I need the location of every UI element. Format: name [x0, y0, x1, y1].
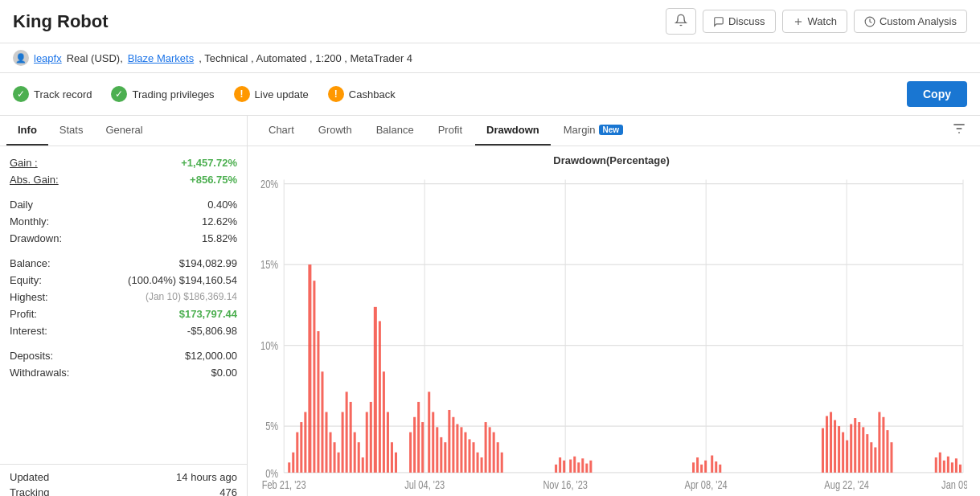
svg-rect-72: [477, 453, 479, 473]
svg-rect-43: [346, 391, 348, 473]
custom-analysis-button[interactable]: Custom Analysis: [854, 10, 967, 33]
svg-text:Jul 04, '23: Jul 04, '23: [404, 479, 445, 491]
daily-value: 0.40%: [207, 199, 237, 211]
account-details: Real (USD),: [67, 52, 123, 64]
badge-trading-privileges-label: Trading privileges: [132, 88, 214, 100]
svg-rect-58: [417, 402, 420, 473]
page-title: King Robot: [13, 11, 109, 32]
discuss-button[interactable]: Discuss: [703, 10, 776, 33]
svg-rect-34: [308, 264, 311, 473]
tab-general[interactable]: General: [94, 116, 154, 146]
svg-rect-109: [878, 412, 880, 473]
gain-label[interactable]: Gain :: [10, 157, 38, 169]
svg-rect-83: [573, 457, 576, 473]
profit-value: $173,797.44: [179, 308, 237, 320]
watch-button[interactable]: Watch: [782, 10, 847, 33]
svg-rect-65: [448, 410, 450, 473]
svg-rect-95: [822, 428, 824, 473]
broker-link[interactable]: Blaze Markets: [128, 52, 194, 64]
abs-gain-value: +856.75%: [190, 174, 237, 186]
svg-text:5%: 5%: [265, 420, 278, 432]
monthly-label: Monthly:: [10, 215, 49, 228]
abs-gain-row: Abs. Gain: +856.75%: [10, 171, 237, 188]
svg-rect-108: [874, 447, 876, 472]
right-panel: Chart Growth Balance Profit Drawdown Mar…: [248, 116, 980, 496]
gain-value: +1,457.72%: [181, 157, 237, 169]
svg-rect-44: [350, 402, 352, 473]
svg-rect-32: [300, 422, 302, 473]
monthly-value: 12.62%: [202, 215, 237, 228]
svg-rect-118: [955, 458, 957, 473]
svg-rect-96: [826, 416, 828, 473]
svg-text:10%: 10%: [260, 339, 278, 351]
svg-rect-111: [886, 430, 888, 473]
svg-rect-91: [704, 461, 707, 473]
svg-rect-29: [288, 462, 290, 473]
abs-gain-label[interactable]: Abs. Gain:: [10, 174, 59, 186]
tab-margin[interactable]: Margin New: [552, 116, 634, 146]
info-bottom: Updated 14 hours ago Tracking 476: [0, 464, 247, 496]
tab-growth[interactable]: Growth: [307, 116, 363, 146]
info-table: Gain : +1,457.72% Abs. Gain: +856.75% Da…: [0, 146, 247, 464]
svg-rect-73: [481, 457, 483, 473]
svg-rect-41: [338, 453, 340, 473]
deposits-value: $12,000.00: [185, 350, 237, 362]
tab-chart[interactable]: Chart: [257, 116, 305, 146]
monthly-row: Monthly: 12.62%: [10, 213, 237, 230]
margin-tab-label: Margin New: [564, 124, 623, 136]
warn-icon-cashback: !: [328, 86, 344, 102]
svg-rect-52: [383, 371, 385, 473]
tab-drawdown[interactable]: Drawdown: [475, 116, 551, 146]
highest-label: Highest:: [10, 291, 48, 303]
svg-rect-81: [563, 461, 565, 473]
svg-rect-110: [882, 417, 884, 473]
filter-icon[interactable]: [948, 117, 970, 144]
svg-rect-56: [409, 432, 412, 473]
svg-rect-99: [838, 426, 840, 473]
left-tabs: Info Stats General: [0, 116, 247, 146]
svg-rect-89: [696, 457, 699, 473]
svg-rect-82: [569, 460, 572, 473]
svg-rect-98: [834, 420, 836, 473]
svg-rect-49: [370, 402, 372, 473]
svg-rect-107: [870, 442, 872, 473]
account-rest: , Technical , Automated , 1:200 , MetaTr…: [199, 52, 412, 64]
svg-rect-55: [395, 453, 397, 473]
deposits-row: Deposits: $12,000.00: [10, 347, 237, 364]
svg-rect-60: [428, 391, 430, 473]
svg-rect-38: [325, 412, 327, 473]
tab-profit[interactable]: Profit: [427, 116, 474, 146]
svg-rect-94: [719, 465, 721, 473]
highest-row: Highest: (Jan 10) $186,369.14: [10, 289, 237, 305]
svg-rect-30: [292, 453, 294, 473]
tab-info[interactable]: Info: [6, 116, 48, 146]
copy-button[interactable]: Copy: [907, 81, 967, 107]
warn-icon-live-update: !: [234, 86, 250, 102]
username-link[interactable]: leapfx: [34, 52, 62, 64]
svg-rect-106: [866, 434, 868, 473]
svg-rect-84: [577, 462, 580, 473]
equity-label: Equity:: [10, 274, 42, 286]
svg-text:Jan 09, '25: Jan 09, '25: [941, 479, 967, 491]
main-content: Info Stats General Gain : +1,457.72% Abs…: [0, 116, 980, 496]
tab-balance[interactable]: Balance: [365, 116, 425, 146]
svg-rect-103: [854, 418, 856, 473]
svg-rect-78: [501, 453, 503, 473]
interest-row: Interest: -$5,806.98: [10, 322, 237, 339]
interest-value: -$5,806.98: [187, 325, 237, 337]
svg-rect-69: [464, 432, 466, 473]
badge-track-record-label: Track record: [34, 88, 92, 100]
interest-label: Interest:: [10, 325, 47, 337]
svg-rect-114: [939, 453, 941, 473]
profit-label: Profit:: [10, 308, 37, 320]
badge-trading-privileges: ✓ Trading privileges: [111, 86, 214, 102]
tab-stats[interactable]: Stats: [48, 116, 95, 146]
svg-rect-90: [700, 465, 703, 473]
svg-rect-66: [452, 417, 454, 473]
svg-rect-101: [846, 441, 848, 473]
bell-button[interactable]: [666, 8, 696, 35]
svg-text:20%: 20%: [260, 178, 278, 190]
profit-row: Profit: $173,797.44: [10, 305, 237, 322]
svg-rect-86: [585, 464, 588, 473]
svg-rect-97: [830, 412, 832, 473]
